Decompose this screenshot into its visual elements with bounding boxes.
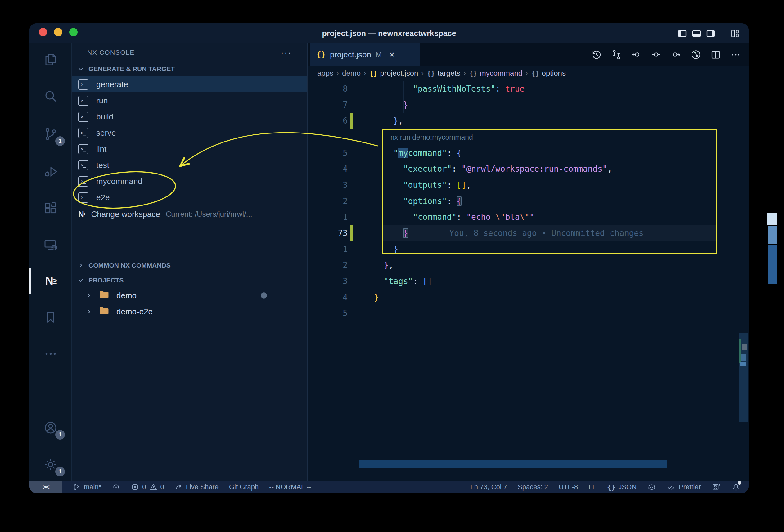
indentation-item[interactable]: Spaces: 2 <box>518 483 548 491</box>
code-line[interactable]: 6 }, <box>308 113 749 129</box>
next-change-icon[interactable] <box>670 49 681 60</box>
line-number[interactable]: 7 <box>308 100 347 110</box>
encoding-item[interactable]: UTF-8 <box>559 483 578 491</box>
sidebar-more-actions-icon[interactable]: ··· <box>281 47 292 58</box>
toggle-sidebar-icon[interactable] <box>677 29 687 38</box>
bookmarks-icon[interactable] <box>29 302 72 333</box>
prettier-item[interactable]: Prettier <box>667 483 701 491</box>
source-control-icon[interactable]: 1 <box>29 118 72 149</box>
timeline-history-icon[interactable] <box>591 49 602 60</box>
code-lens-run-command[interactable]: nx run demo:mycommand <box>374 133 473 142</box>
remote-indicator[interactable]: >< <box>29 481 62 493</box>
search-icon[interactable] <box>29 81 72 112</box>
sync-icon[interactable] <box>112 483 120 491</box>
git-branch-item[interactable]: main* <box>73 483 101 491</box>
code-line[interactable]: 4 "executor": "@nrwl/workspace:run-comma… <box>308 161 749 177</box>
breadcrumb-mycommand[interactable]: {} mycommand <box>469 69 522 78</box>
tab-close-icon[interactable]: × <box>389 49 395 60</box>
target-item[interactable]: >_ generate <box>72 76 307 92</box>
code-token: } <box>374 293 379 302</box>
git-graph-item[interactable]: Git Graph <box>229 483 258 491</box>
line-number[interactable]: 5 <box>308 148 347 158</box>
accounts-icon[interactable]: 1 <box>29 412 72 443</box>
section-generate-run-target[interactable]: GENERATE & RUN TARGET <box>72 61 307 76</box>
code-line[interactable]: 3 "outputs": [], <box>308 177 749 193</box>
line-number[interactable]: 3 <box>308 180 347 190</box>
live-share-item[interactable]: Live Share <box>175 483 219 491</box>
code-line[interactable]: 2 }, <box>308 257 749 274</box>
terminal-icon: >_ <box>78 160 88 170</box>
extensions-icon[interactable] <box>29 193 72 224</box>
code-editor[interactable]: 8 "passWithNoTests": true7 }6 },nx run d… <box>308 81 749 481</box>
breadcrumb-demo[interactable]: demo <box>342 69 361 78</box>
section-common-nx-commands[interactable]: COMMON NX COMMANDS <box>72 258 307 273</box>
notifications-bell-icon[interactable] <box>731 482 740 492</box>
remote-explorer-icon[interactable] <box>29 230 72 261</box>
line-number[interactable]: 4 <box>308 293 347 302</box>
line-number[interactable]: 6 <box>308 116 347 125</box>
line-number[interactable]: 1 <box>308 212 347 222</box>
target-item[interactable]: >_ run <box>72 92 307 109</box>
vim-mode-indicator[interactable]: -- NORMAL -- <box>269 483 311 491</box>
target-item[interactable]: >_ mycommand <box>72 173 307 189</box>
code-line[interactable]: 1 "command": "echo \"bla\"" <box>308 209 749 225</box>
line-number[interactable]: 2 <box>308 196 347 206</box>
language-mode-item[interactable]: {} JSON <box>607 483 637 491</box>
compare-changes-icon[interactable] <box>611 49 622 60</box>
code-line[interactable]: 8 "passWithNoTests": true <box>308 81 749 97</box>
breadcrumb-separator: › <box>464 69 466 78</box>
line-number[interactable]: 73 <box>308 228 347 238</box>
nx-logo-gt: ≥ <box>52 276 56 286</box>
cursor-position-item[interactable]: Ln 73, Col 7 <box>470 483 507 491</box>
line-number[interactable]: 1 <box>308 245 347 254</box>
feedback-icon[interactable] <box>711 482 721 492</box>
line-number[interactable]: 2 <box>308 260 347 270</box>
toggle-secondary-sidebar-icon[interactable] <box>706 29 716 38</box>
code-line[interactable]: 7 } <box>308 97 749 113</box>
copilot-icon[interactable] <box>647 482 656 492</box>
breadcrumb-targets[interactable]: {} targets <box>427 69 460 78</box>
code-line[interactable]: 5 "mycommand": { <box>308 145 749 161</box>
code-line[interactable]: 3 "tags": [] <box>308 273 749 289</box>
toggle-panel-icon[interactable] <box>692 29 701 38</box>
breadcrumb-apps[interactable]: apps <box>317 69 333 78</box>
target-item[interactable]: >_ test <box>72 157 307 173</box>
more-views-icon[interactable] <box>29 338 72 369</box>
eol-item[interactable]: LF <box>588 483 596 491</box>
previous-change-icon[interactable] <box>631 49 642 60</box>
breadcrumb-project-json[interactable]: {} project.json <box>369 69 418 78</box>
target-item[interactable]: >_ lint <box>72 141 307 157</box>
code-line[interactable]: nx run demo:mycommand <box>308 129 749 145</box>
target-item[interactable]: >_ serve <box>72 125 307 141</box>
code-line[interactable]: 4} <box>308 289 749 305</box>
customize-layout-icon[interactable] <box>730 29 740 38</box>
editor-more-actions-icon[interactable] <box>730 49 741 60</box>
settings-gear-icon[interactable]: 1 <box>29 449 72 480</box>
line-number[interactable]: 5 <box>308 309 347 318</box>
code-line[interactable]: 2 "options": { <box>308 193 749 209</box>
project-item[interactable]: demo-e2e <box>72 304 307 320</box>
code-line[interactable]: 1 } <box>308 241 749 257</box>
run-target-icon[interactable] <box>690 49 701 60</box>
section-projects[interactable]: PROJECTS <box>72 273 307 287</box>
target-item[interactable]: >_ e2e <box>72 189 307 205</box>
target-item[interactable]: >_ build <box>72 109 307 125</box>
code-token: , <box>398 116 403 125</box>
code-line[interactable]: 5 <box>308 305 749 321</box>
breadcrumb-options[interactable]: {} options <box>531 69 566 78</box>
problems-item[interactable]: 0 0 <box>131 483 164 491</box>
horizontal-scrollbar[interactable] <box>359 460 667 468</box>
project-item[interactable]: demo <box>72 287 307 304</box>
run-debug-icon[interactable] <box>29 156 72 187</box>
change-workspace-item[interactable]: N› Change workspace Current: /Users/juri… <box>72 205 307 223</box>
tab-modified-badge: M <box>375 50 382 59</box>
current-change-icon[interactable] <box>650 49 662 60</box>
split-editor-icon[interactable] <box>710 49 721 60</box>
line-number[interactable]: 3 <box>308 277 347 286</box>
tab-project-json[interactable]: {} project.json M × <box>310 44 420 66</box>
line-number[interactable]: 4 <box>308 164 347 173</box>
explorer-icon[interactable] <box>29 44 72 75</box>
code-line[interactable]: 73 }You, 8 seconds ago • Uncommitted cha… <box>308 225 749 241</box>
nx-console-icon[interactable]: N≥ <box>29 265 72 297</box>
line-number[interactable]: 8 <box>308 84 347 93</box>
